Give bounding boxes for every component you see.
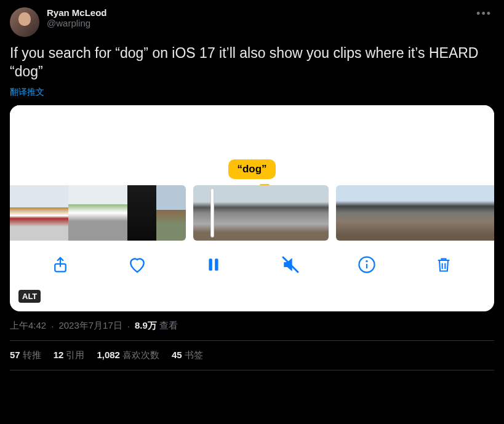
search-term-text: “dog” — [237, 163, 266, 175]
bookmarks-label: 书签 — [185, 350, 203, 360]
media-attachment[interactable]: “dog” — [10, 105, 494, 311]
media-preview-top: “dog” — [10, 105, 494, 185]
views-count[interactable]: 8.9万 — [135, 320, 157, 332]
search-term-badge: “dog” — [228, 159, 275, 179]
tweet-header: Ryan McLeod @warpling ••• — [10, 7, 494, 37]
timeline-frame — [127, 185, 157, 241]
bookmarks-stat[interactable]: 45书签 — [172, 350, 203, 361]
timeline-frame — [10, 185, 39, 241]
pause-icon — [206, 255, 222, 274]
info-icon — [358, 255, 376, 274]
info-button[interactable] — [356, 254, 377, 275]
video-timeline[interactable] — [10, 185, 494, 241]
timeline-frame — [362, 185, 389, 241]
retweets-label: 转推 — [23, 350, 41, 360]
svg-rect-2 — [215, 258, 218, 271]
tweet-container: Ryan McLeod @warpling ••• If you search … — [0, 0, 504, 378]
display-name[interactable]: Ryan McLeod — [47, 7, 466, 18]
tweet-stats: 57转推 12引用 1,082喜欢次数 45书签 — [10, 341, 494, 370]
timeline-frame — [156, 185, 186, 241]
clip-group[interactable] — [10, 185, 186, 241]
pause-button[interactable] — [203, 254, 224, 275]
mute-button[interactable] — [280, 254, 301, 275]
clip-group[interactable] — [336, 185, 494, 241]
likes-label: 喜欢次数 — [122, 350, 159, 360]
tweet-date[interactable]: 2023年7月17日 — [58, 320, 122, 332]
quotes-count: 12 — [54, 350, 64, 360]
quotes-stat[interactable]: 12引用 — [54, 350, 85, 361]
more-options-button[interactable]: ••• — [474, 7, 494, 20]
media-toolbar — [10, 241, 494, 292]
playhead-icon[interactable] — [210, 188, 214, 238]
timeline-frame — [295, 185, 329, 241]
clip-group[interactable] — [193, 185, 329, 241]
timeline-frame — [336, 185, 362, 241]
timeline-frame — [68, 185, 98, 241]
alt-badge[interactable]: ALT — [18, 290, 41, 303]
timeline-frame — [389, 185, 415, 241]
user-handle[interactable]: @warpling — [47, 18, 466, 28]
tweet-text: If you search for “dog” on iOS 17 it’ll … — [10, 44, 494, 81]
svg-point-6 — [367, 261, 367, 262]
tweet-time[interactable]: 上午4:42 — [10, 320, 46, 332]
separator-dot — [49, 321, 56, 331]
heart-icon — [127, 255, 147, 274]
timeline-frame — [98, 185, 127, 241]
delete-button[interactable] — [433, 254, 454, 275]
bookmarks-count: 45 — [172, 350, 182, 360]
share-icon — [51, 255, 70, 274]
retweets-count: 57 — [10, 350, 20, 360]
quotes-label: 引用 — [66, 350, 84, 360]
views-label: 查看 — [159, 320, 178, 332]
like-button[interactable] — [127, 254, 148, 275]
timeline-frame — [261, 185, 295, 241]
timeline-frame — [39, 185, 69, 241]
retweets-stat[interactable]: 57转推 — [10, 350, 41, 361]
timeline-frame — [415, 185, 441, 241]
translate-link[interactable]: 翻译推文 — [10, 87, 44, 98]
avatar[interactable] — [10, 7, 39, 37]
separator-dot — [125, 321, 132, 331]
timeline-frame — [441, 185, 468, 241]
trash-icon — [435, 255, 452, 274]
svg-rect-1 — [209, 258, 212, 271]
likes-stat[interactable]: 1,082喜欢次数 — [97, 350, 159, 361]
tweet-meta: 上午4:42 2023年7月17日 8.9万 查看 — [10, 320, 494, 341]
share-button[interactable] — [50, 254, 71, 275]
likes-count: 1,082 — [97, 350, 120, 360]
timeline-frame — [227, 185, 261, 241]
speaker-muted-icon — [281, 255, 300, 274]
ellipsis-icon: ••• — [476, 7, 492, 20]
user-info: Ryan McLeod @warpling — [47, 7, 466, 28]
timeline-frame — [468, 185, 494, 241]
